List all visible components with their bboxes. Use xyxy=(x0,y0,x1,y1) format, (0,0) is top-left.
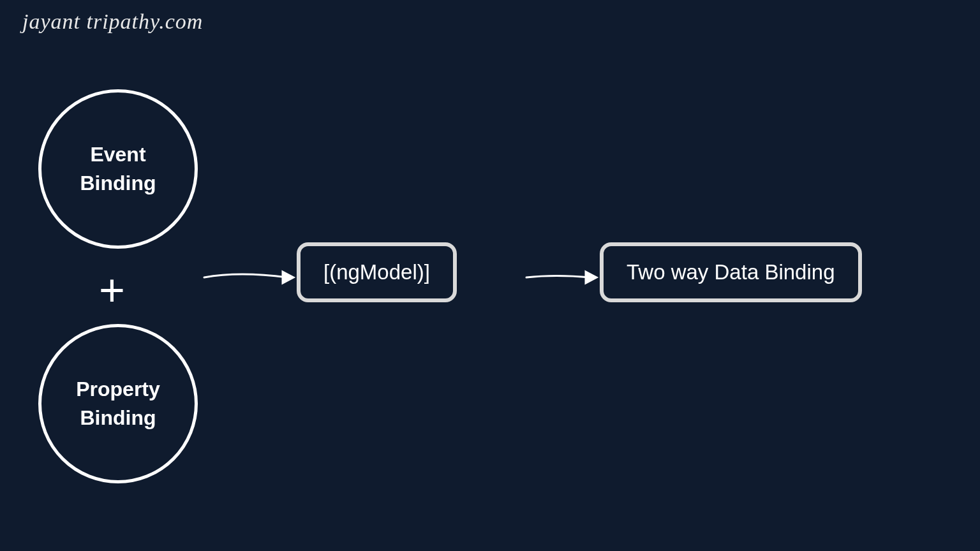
ngmodel-label: [(ngModel)] xyxy=(323,260,430,284)
event-binding-node: Event Binding xyxy=(38,89,198,249)
event-binding-label: Event Binding xyxy=(80,140,156,198)
property-binding-node: Property Binding xyxy=(38,324,198,483)
arrow-to-ngmodel xyxy=(201,265,297,290)
twoway-binding-label: Two way Data Binding xyxy=(627,260,835,284)
arrow-to-twoway xyxy=(523,265,600,290)
plus-icon: + xyxy=(99,268,125,312)
property-binding-label: Property Binding xyxy=(76,375,160,432)
watermark-text: jayant tripathy.com xyxy=(22,10,203,34)
ngmodel-box: [(ngModel)] xyxy=(297,242,457,302)
twoway-binding-box: Two way Data Binding xyxy=(600,242,862,302)
